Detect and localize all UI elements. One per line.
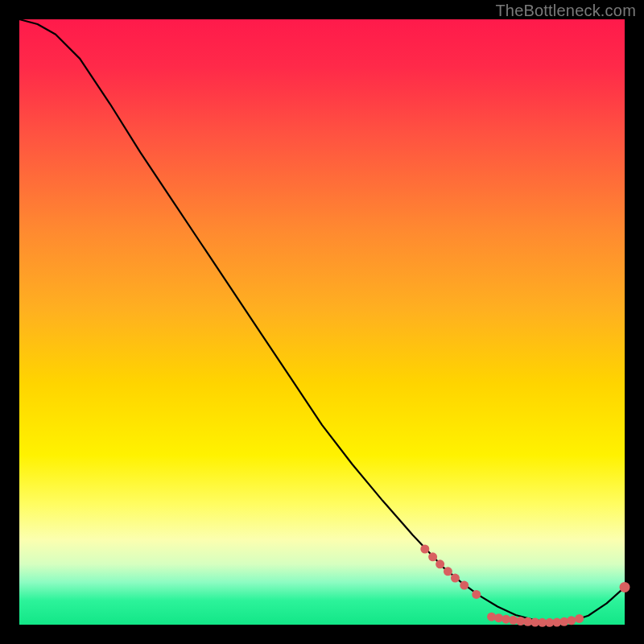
data-marker [567,616,576,625]
data-markers [420,545,630,627]
data-marker [460,581,469,590]
chart-svg [19,19,625,625]
data-marker [472,590,481,599]
watermark-text: TheBottleneck.com [495,2,636,20]
bottleneck-curve [19,19,625,622]
chart-area [19,19,625,625]
data-marker [575,614,584,623]
data-marker [428,552,437,561]
data-marker [451,574,460,583]
data-marker [444,567,452,576]
data-marker [436,559,444,568]
data-marker [620,582,630,592]
data-marker [420,545,429,554]
